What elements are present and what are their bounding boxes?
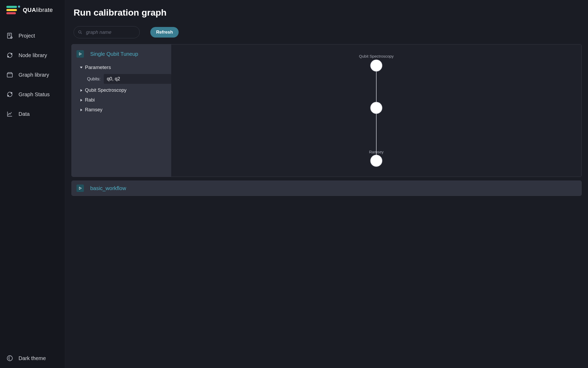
graph-node[interactable]: [370, 155, 382, 167]
svg-point-10: [7, 95, 8, 96]
logo-text: QUAlibrate: [23, 7, 53, 13]
theme-label: Dark theme: [19, 355, 46, 361]
orbit-icon: [6, 91, 13, 98]
graph-node-label: Qubit Spectroscopy: [359, 54, 394, 58]
orbit-icon: [6, 52, 13, 59]
parameter-tree: Parameters Qubits: Qubit Spectroscop: [74, 60, 169, 115]
panel-title[interactable]: Single Qubit Tuneup: [90, 51, 138, 57]
sidebar-item-node-library[interactable]: Node library: [0, 45, 65, 65]
graph-node-label: Ramsey: [369, 150, 384, 154]
moon-icon: [6, 355, 13, 362]
sidebar-item-graph-library[interactable]: Graph library: [0, 65, 65, 85]
sidebar-item-label: Project: [19, 33, 35, 39]
graph-node[interactable]: [370, 60, 382, 71]
svg-point-6: [7, 56, 8, 57]
svg-marker-15: [80, 67, 83, 68]
caret-right-icon: [80, 89, 83, 92]
svg-marker-14: [79, 53, 82, 55]
tree-parameters[interactable]: Parameters: [79, 62, 168, 72]
caret-right-icon: [80, 99, 83, 102]
graph-node[interactable]: [370, 102, 382, 114]
caret-down-icon: [80, 66, 83, 69]
svg-rect-0: [7, 33, 11, 38]
sidebar-item-label: Graph Status: [19, 91, 50, 98]
tree-qubit-spectroscopy[interactable]: Qubit Spectroscopy: [79, 85, 168, 95]
graph-panel-basic-workflow: basic_workflow: [71, 181, 582, 196]
sidebar-item-project[interactable]: Project: [0, 26, 65, 45]
panel-title[interactable]: basic_workflow: [90, 185, 126, 191]
search-icon: [78, 30, 83, 35]
controls-row: Refresh: [65, 21, 588, 44]
caret-right-icon: [80, 109, 83, 111]
search-wrap: [74, 26, 140, 38]
tree-label: Rabi: [85, 97, 95, 103]
tree-label: Ramsey: [85, 107, 102, 113]
param-qubits: Qubits:: [79, 72, 168, 85]
svg-marker-18: [80, 109, 82, 111]
page-title: Run calibration graph: [65, 0, 588, 21]
run-graph-button[interactable]: [76, 50, 84, 58]
svg-line-13: [81, 33, 82, 34]
main: Run calibration graph Refresh: [65, 0, 588, 368]
svg-marker-16: [80, 89, 82, 92]
logo: QUAlibrate: [0, 0, 65, 23]
param-label: Qubits:: [87, 77, 101, 81]
graph-svg: Qubit Spectroscopy Rabi Ramsey: [171, 44, 581, 177]
svg-marker-17: [80, 99, 82, 102]
sidebar-item-label: Graph library: [19, 72, 49, 78]
panel-left: Single Qubit Tuneup Parameters Qubits:: [72, 44, 171, 177]
nav: Project Node library: [0, 23, 65, 124]
run-graph-button[interactable]: [76, 185, 84, 192]
tree-ramsey[interactable]: Ramsey: [79, 105, 168, 115]
refresh-button[interactable]: Refresh: [150, 27, 179, 38]
sidebar-item-graph-status[interactable]: Graph Status: [0, 85, 65, 104]
graph-panel-single-qubit-tuneup: Single Qubit Tuneup Parameters Qubits:: [71, 44, 582, 177]
svg-point-5: [11, 53, 12, 54]
logo-mark: [6, 6, 20, 14]
sidebar-item-label: Data: [19, 111, 30, 117]
sidebar-item-data[interactable]: Data: [0, 104, 65, 124]
chart-line-icon: [6, 111, 13, 117]
tree-label: Qubit Spectroscopy: [85, 88, 126, 93]
svg-point-12: [79, 31, 81, 33]
graph-canvas[interactable]: Qubit Spectroscopy Rabi Ramsey: [171, 44, 581, 177]
search-input[interactable]: [74, 26, 140, 38]
sidebar-item-label: Node library: [19, 52, 47, 58]
document-gear-icon: [6, 32, 13, 39]
svg-marker-19: [79, 187, 82, 189]
tree-label: Parameters: [85, 65, 111, 70]
sidebar: QUAlibrate Project: [0, 0, 65, 368]
theme-toggle[interactable]: Dark theme: [0, 348, 65, 368]
tree-rabi[interactable]: Rabi: [79, 95, 168, 105]
archive-icon: [6, 71, 13, 78]
svg-point-9: [11, 92, 12, 93]
panels: Single Qubit Tuneup Parameters Qubits:: [65, 44, 588, 202]
qubits-input[interactable]: [104, 74, 171, 84]
